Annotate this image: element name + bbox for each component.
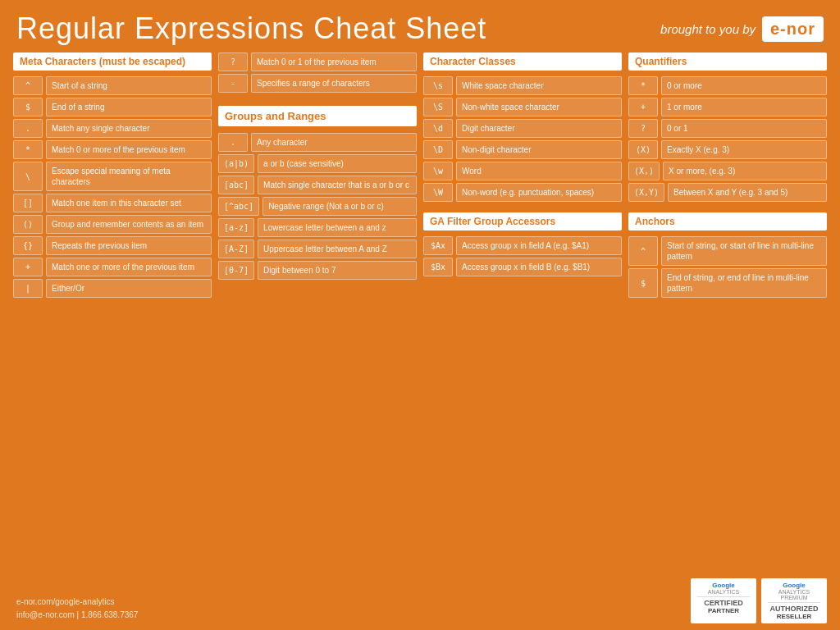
item-key: | <box>13 279 43 298</box>
table-row: ?Match 0 or 1 of the previous item <box>218 52 417 71</box>
brand-logo: e-nor <box>762 16 824 42</box>
table-row: .Any character <box>218 133 417 152</box>
item-desc: Non-white space character <box>456 98 622 116</box>
table-row: +1 or more <box>628 98 827 116</box>
table-row: $AxAccess group x in field A (e.g. $A1) <box>423 236 622 255</box>
item-desc: Digit between 0 to 7 <box>258 261 417 280</box>
meta-left-list: ^Start of a string$End of a string.Match… <box>13 76 212 300</box>
item-desc: Start of string, or start of line in mul… <box>661 236 827 266</box>
item-key: (X) <box>628 140 658 159</box>
item-desc: X or more, (e.g. 3) <box>663 162 827 180</box>
meta-characters-column: Meta Characters (must be escaped) ^Start… <box>13 52 212 300</box>
item-desc: Specifies a range of characters <box>251 74 417 93</box>
item-desc: Access group x in field A (e.g. $A1) <box>456 236 622 255</box>
item-key: $Bx <box>423 258 453 276</box>
table-row: \WNon-word (e.g. punctuation, spaces) <box>423 183 622 202</box>
item-desc: Uppercase letter between A and Z <box>258 240 417 258</box>
table-row: []Match one item in this character set <box>13 194 212 212</box>
table-row: *0 or more <box>628 76 827 95</box>
item-key: ^ <box>628 236 658 266</box>
table-row: [abc]Match single character that is a or… <box>218 176 417 194</box>
item-desc: Match 0 or more of the previous item <box>46 140 212 159</box>
item-key: (X,Y) <box>628 183 664 202</box>
item-key: \w <box>423 162 453 180</box>
item-desc: Group and remember contents as an item <box>46 215 212 234</box>
item-desc: a or b (case sensitive) <box>258 154 417 173</box>
google-analytics-premium-badge: Google ANALYTICS PREMIUM AUTHORIZED RESE… <box>761 578 827 623</box>
header: Regular Expressions Cheat Sheet brought … <box>0 0 840 52</box>
footer-line1: e-nor.com/google-analytics <box>16 596 138 609</box>
item-desc: End of a string <box>46 98 212 116</box>
item-desc: Start of a string <box>46 76 212 95</box>
brand-area: brought to you by e-nor <box>660 16 824 42</box>
item-key: (X,) <box>628 162 660 180</box>
item-key: ^ <box>13 76 43 95</box>
item-desc: Any character <box>251 133 417 152</box>
item-desc: Match 0 or 1 of the previous item <box>251 52 417 71</box>
table-row: [A-Z]Uppercase letter between A and Z <box>218 240 417 258</box>
item-key: {} <box>13 236 43 255</box>
quantifiers-column: Quantifiers *0 or more+1 or more?0 or 1(… <box>628 52 827 300</box>
item-key: [] <box>13 194 43 212</box>
item-desc: White space character <box>456 76 622 95</box>
table-row: |Either/Or <box>13 279 212 298</box>
item-key: \W <box>423 183 453 202</box>
item-key: $ <box>13 98 43 116</box>
table-row: +Match one or more of the previous item <box>13 258 212 276</box>
item-desc: Between X and Y (e.g. 3 and 5) <box>668 183 827 202</box>
table-row: [^abc]Negative range (Not a or b or c) <box>218 197 417 216</box>
table-row: (X)Exactly X (e.g. 3) <box>628 140 827 159</box>
item-key: [A-Z] <box>218 240 254 258</box>
table-row: [a-z]Lowercase letter between a and z <box>218 218 417 237</box>
table-row: ()Group and remember contents as an item <box>13 215 212 234</box>
char-classes-header: Character Classes <box>423 52 622 71</box>
item-desc: Match single character that is a or b or… <box>258 176 417 194</box>
item-desc: End of string, or end of line in multi-l… <box>661 268 827 298</box>
groups-ranges-list: .Any character(a|b)a or b (case sensitiv… <box>218 133 417 282</box>
item-desc: Word <box>456 162 622 180</box>
table-row: $End of string, or end of line in multi-… <box>628 268 827 298</box>
table-row: ^Start of string, or start of line in mu… <box>628 236 827 266</box>
item-desc: Non-word (e.g. punctuation, spaces) <box>456 183 622 202</box>
item-key: \ <box>13 162 43 191</box>
meta-characters-header: Meta Characters (must be escaped) <box>13 52 212 71</box>
item-key: \s <box>423 76 453 95</box>
table-row: \dDigit character <box>423 119 622 138</box>
item-key: ? <box>628 119 658 138</box>
item-key: ? <box>218 52 248 71</box>
item-desc: Match any single character <box>46 119 212 138</box>
char-classes-column: Character Classes \sWhite space characte… <box>423 52 622 300</box>
item-key: + <box>13 258 43 276</box>
quantifiers-header: Quantifiers <box>628 52 827 71</box>
char-classes-list: \sWhite space character\SNon-white space… <box>423 76 622 204</box>
table-row: ?0 or 1 <box>628 119 827 138</box>
ga-filter-list: $AxAccess group x in field A (e.g. $A1)$… <box>423 236 622 279</box>
table-row: \sWhite space character <box>423 76 622 95</box>
item-key: . <box>218 133 248 152</box>
item-key: $ <box>628 268 658 298</box>
item-key: [0-7] <box>218 261 254 280</box>
groups-ranges-column: ?Match 0 or 1 of the previous item-Speci… <box>218 52 417 300</box>
item-desc: Either/Or <box>46 279 212 298</box>
item-key: [^abc] <box>218 197 259 216</box>
item-desc: Non-digit character <box>456 140 622 159</box>
item-key: $Ax <box>423 236 453 255</box>
table-row: \SNon-white space character <box>423 98 622 116</box>
item-desc: 0 or more <box>661 76 827 95</box>
table-row: $BxAccess group x in field B (e.g. $B1) <box>423 258 622 276</box>
table-row: \DNon-digit character <box>423 140 622 159</box>
footer-line2: info@e-nor.com | 1.866.638.7367 <box>16 609 138 622</box>
anchors-header: Anchors <box>628 212 827 231</box>
item-key: . <box>13 119 43 138</box>
item-key: \d <box>423 119 453 138</box>
item-key: [abc] <box>218 176 254 194</box>
table-row: [0-7]Digit between 0 to 7 <box>218 261 417 280</box>
page-title: Regular Expressions Cheat Sheet <box>16 11 486 46</box>
table-row: (X,)X or more, (e.g. 3) <box>628 162 827 180</box>
footer-logos: Google ANALYTICS CERTIFIED PARTNER Googl… <box>691 578 827 623</box>
item-key: \D <box>423 140 453 159</box>
groups-ranges-header: Groups and Ranges <box>218 106 417 126</box>
item-key: + <box>628 98 658 116</box>
ga-filter-header: GA Filter Group Accessors <box>423 212 622 231</box>
table-row: (a|b)a or b (case sensitive) <box>218 154 417 173</box>
